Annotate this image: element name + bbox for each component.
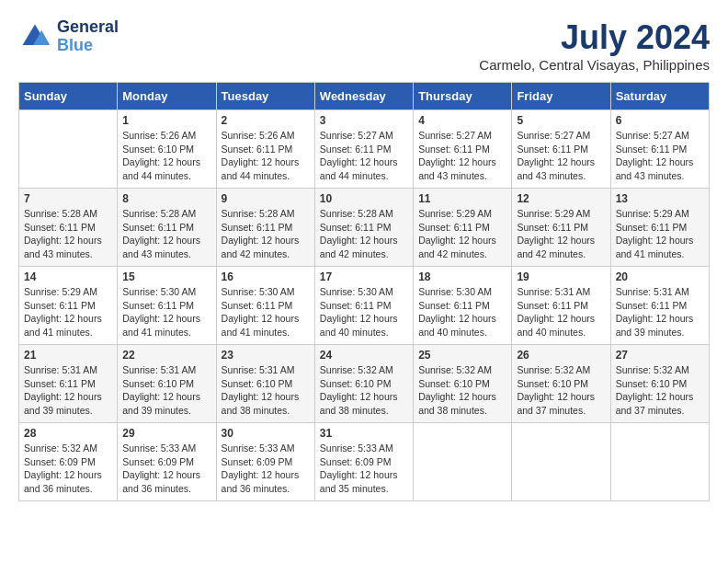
calendar-cell: 11Sunrise: 5:29 AMSunset: 6:11 PMDayligh… — [414, 189, 512, 267]
calendar-cell: 20Sunrise: 5:31 AMSunset: 6:11 PMDayligh… — [610, 267, 709, 345]
title-area: July 2024 Carmelo, Central Visayas, Phil… — [479, 18, 710, 73]
calendar-header-tuesday: Tuesday — [216, 83, 314, 110]
day-info: Sunrise: 5:29 AMSunset: 6:11 PMDaylight:… — [24, 285, 112, 339]
page-header: General Blue July 2024 Carmelo, Central … — [18, 18, 710, 73]
day-info: Sunrise: 5:28 AMSunset: 6:11 PMDaylight:… — [122, 207, 210, 261]
day-number: 23 — [222, 349, 310, 362]
day-number: 18 — [418, 270, 506, 283]
day-info: Sunrise: 5:31 AMSunset: 6:10 PMDaylight:… — [122, 363, 210, 418]
logo-icon — [18, 20, 51, 53]
day-info: Sunrise: 5:30 AMSunset: 6:11 PMDaylight:… — [122, 285, 210, 339]
day-number: 20 — [616, 270, 704, 283]
logo: General Blue — [18, 18, 119, 55]
day-info: Sunrise: 5:33 AMSunset: 6:09 PMDaylight:… — [122, 442, 210, 496]
calendar-cell: 5Sunrise: 5:27 AMSunset: 6:11 PMDaylight… — [512, 110, 610, 189]
calendar-cell: 4Sunrise: 5:27 AMSunset: 6:11 PMDaylight… — [414, 110, 512, 189]
day-number: 8 — [122, 192, 210, 205]
day-number: 16 — [222, 270, 310, 283]
day-number: 29 — [122, 427, 210, 440]
calendar-header-sunday: Sunday — [19, 83, 118, 110]
day-number: 21 — [24, 349, 112, 362]
day-info: Sunrise: 5:29 AMSunset: 6:11 PMDaylight:… — [517, 207, 605, 261]
calendar-header-monday: Monday — [118, 83, 216, 110]
day-number: 30 — [222, 427, 310, 440]
calendar-cell: 18Sunrise: 5:30 AMSunset: 6:11 PMDayligh… — [414, 267, 512, 345]
day-info: Sunrise: 5:28 AMSunset: 6:11 PMDaylight:… — [222, 207, 310, 261]
day-info: Sunrise: 5:27 AMSunset: 6:11 PMDaylight:… — [616, 129, 704, 183]
calendar-cell: 17Sunrise: 5:30 AMSunset: 6:11 PMDayligh… — [314, 267, 413, 345]
calendar-cell: 16Sunrise: 5:30 AMSunset: 6:11 PMDayligh… — [216, 267, 314, 345]
day-info: Sunrise: 5:29 AMSunset: 6:11 PMDaylight:… — [418, 207, 506, 261]
logo-text: General Blue — [57, 18, 119, 55]
calendar-cell: 7Sunrise: 5:28 AMSunset: 6:11 PMDaylight… — [19, 189, 118, 267]
day-number: 2 — [222, 114, 310, 127]
day-number: 17 — [320, 270, 408, 283]
calendar-cell: 29Sunrise: 5:33 AMSunset: 6:09 PMDayligh… — [118, 423, 216, 501]
day-number: 6 — [616, 114, 704, 127]
day-info: Sunrise: 5:31 AMSunset: 6:11 PMDaylight:… — [517, 285, 605, 339]
day-info: Sunrise: 5:26 AMSunset: 6:11 PMDaylight:… — [222, 129, 310, 183]
calendar-cell: 2Sunrise: 5:26 AMSunset: 6:11 PMDaylight… — [216, 110, 314, 189]
calendar-cell — [512, 423, 610, 501]
day-number: 12 — [517, 192, 605, 205]
calendar-cell: 25Sunrise: 5:32 AMSunset: 6:10 PMDayligh… — [414, 345, 512, 423]
calendar-header-saturday: Saturday — [610, 83, 709, 110]
day-info: Sunrise: 5:32 AMSunset: 6:10 PMDaylight:… — [616, 363, 704, 418]
day-number: 22 — [122, 349, 210, 362]
calendar-cell: 22Sunrise: 5:31 AMSunset: 6:10 PMDayligh… — [118, 345, 216, 423]
day-number: 3 — [320, 114, 408, 127]
calendar-cell: 31Sunrise: 5:33 AMSunset: 6:09 PMDayligh… — [314, 423, 413, 501]
day-number: 25 — [418, 349, 506, 362]
day-number: 5 — [517, 114, 605, 127]
calendar-cell: 9Sunrise: 5:28 AMSunset: 6:11 PMDaylight… — [216, 189, 314, 267]
day-number: 9 — [222, 192, 310, 205]
day-info: Sunrise: 5:27 AMSunset: 6:11 PMDaylight:… — [320, 129, 408, 183]
day-number: 31 — [320, 427, 408, 440]
calendar-cell: 27Sunrise: 5:32 AMSunset: 6:10 PMDayligh… — [610, 345, 709, 423]
day-info: Sunrise: 5:32 AMSunset: 6:10 PMDaylight:… — [517, 363, 605, 418]
day-number: 24 — [320, 349, 408, 362]
calendar-cell: 21Sunrise: 5:31 AMSunset: 6:11 PMDayligh… — [19, 345, 118, 423]
calendar-cell: 26Sunrise: 5:32 AMSunset: 6:10 PMDayligh… — [512, 345, 610, 423]
calendar-cell — [610, 423, 709, 501]
calendar-header-wednesday: Wednesday — [314, 83, 413, 110]
day-info: Sunrise: 5:28 AMSunset: 6:11 PMDaylight:… — [320, 207, 408, 261]
day-info: Sunrise: 5:27 AMSunset: 6:11 PMDaylight:… — [517, 129, 605, 183]
calendar-cell: 24Sunrise: 5:32 AMSunset: 6:10 PMDayligh… — [314, 345, 413, 423]
calendar-header-friday: Friday — [512, 83, 610, 110]
day-info: Sunrise: 5:31 AMSunset: 6:11 PMDaylight:… — [616, 285, 704, 339]
day-info: Sunrise: 5:32 AMSunset: 6:10 PMDaylight:… — [320, 363, 408, 418]
calendar-cell: 28Sunrise: 5:32 AMSunset: 6:09 PMDayligh… — [19, 423, 118, 501]
day-info: Sunrise: 5:31 AMSunset: 6:11 PMDaylight:… — [24, 363, 112, 418]
day-number: 4 — [418, 114, 506, 127]
day-info: Sunrise: 5:32 AMSunset: 6:09 PMDaylight:… — [24, 442, 112, 496]
day-info: Sunrise: 5:30 AMSunset: 6:11 PMDaylight:… — [320, 285, 408, 339]
day-number: 14 — [24, 270, 112, 283]
calendar-cell — [19, 110, 118, 189]
calendar-cell: 3Sunrise: 5:27 AMSunset: 6:11 PMDaylight… — [314, 110, 413, 189]
day-info: Sunrise: 5:31 AMSunset: 6:10 PMDaylight:… — [222, 363, 310, 418]
calendar-cell: 15Sunrise: 5:30 AMSunset: 6:11 PMDayligh… — [118, 267, 216, 345]
day-info: Sunrise: 5:29 AMSunset: 6:11 PMDaylight:… — [616, 207, 704, 261]
day-number: 27 — [616, 349, 704, 362]
day-number: 10 — [320, 192, 408, 205]
day-info: Sunrise: 5:32 AMSunset: 6:10 PMDaylight:… — [418, 363, 506, 418]
day-info: Sunrise: 5:26 AMSunset: 6:10 PMDaylight:… — [122, 129, 210, 183]
day-info: Sunrise: 5:28 AMSunset: 6:11 PMDaylight:… — [24, 207, 112, 261]
calendar-table: SundayMondayTuesdayWednesdayThursdayFrid… — [18, 82, 710, 501]
day-number: 1 — [122, 114, 210, 127]
month-year: July 2024 — [479, 18, 710, 57]
day-info: Sunrise: 5:33 AMSunset: 6:09 PMDaylight:… — [222, 442, 310, 496]
calendar-cell: 10Sunrise: 5:28 AMSunset: 6:11 PMDayligh… — [314, 189, 413, 267]
calendar-cell: 12Sunrise: 5:29 AMSunset: 6:11 PMDayligh… — [512, 189, 610, 267]
day-info: Sunrise: 5:30 AMSunset: 6:11 PMDaylight:… — [418, 285, 506, 339]
calendar-cell: 13Sunrise: 5:29 AMSunset: 6:11 PMDayligh… — [610, 189, 709, 267]
calendar-cell: 19Sunrise: 5:31 AMSunset: 6:11 PMDayligh… — [512, 267, 610, 345]
day-number: 26 — [517, 349, 605, 362]
location: Carmelo, Central Visayas, Philippines — [479, 57, 710, 73]
calendar-cell — [414, 423, 512, 501]
day-info: Sunrise: 5:27 AMSunset: 6:11 PMDaylight:… — [418, 129, 506, 183]
calendar-cell: 23Sunrise: 5:31 AMSunset: 6:10 PMDayligh… — [216, 345, 314, 423]
calendar-cell: 1Sunrise: 5:26 AMSunset: 6:10 PMDaylight… — [118, 110, 216, 189]
day-number: 19 — [517, 270, 605, 283]
